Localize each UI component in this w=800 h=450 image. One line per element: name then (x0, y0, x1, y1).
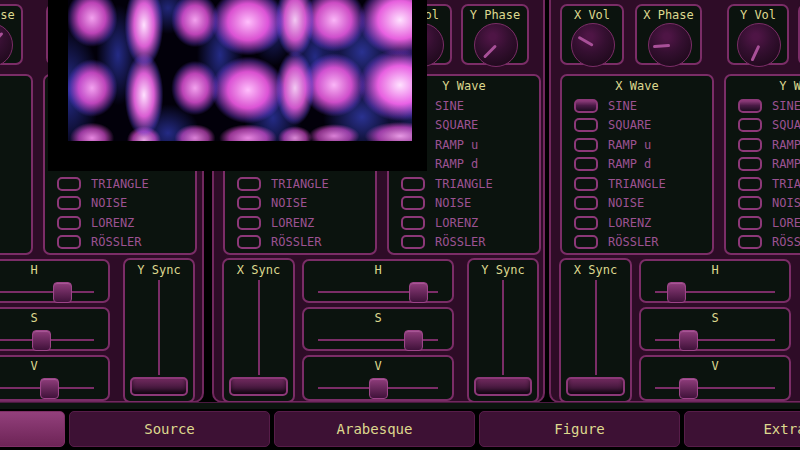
value-handle[interactable] (369, 378, 388, 399)
wave-option-checkbox[interactable] (574, 157, 598, 171)
x-sync-handle[interactable] (566, 377, 625, 396)
wave-option-checkbox[interactable] (401, 196, 425, 210)
x-wave-list: X Wave SINESQUARERAMP uRAMP dTRIANGLENOI… (0, 74, 33, 255)
wave-option-checkbox[interactable] (574, 235, 598, 249)
hue-slider-panel: H (639, 259, 791, 303)
wave-option-square[interactable]: SQUARE (726, 116, 800, 136)
x-phase-knob-panel: X Phase (635, 4, 702, 65)
wave-option-noise[interactable]: NOISE (562, 194, 712, 214)
saturation-handle[interactable] (32, 330, 51, 351)
wave-option-checkbox[interactable] (738, 99, 762, 113)
wave-option-checkbox[interactable] (574, 99, 598, 113)
y-sync-handle[interactable] (474, 377, 532, 396)
wave-option-r-ssler[interactable]: RÖSSLER (225, 233, 375, 253)
wave-option-noise[interactable]: NOISE (45, 194, 195, 214)
wave-option-ramp-d[interactable]: RAMP d (0, 155, 31, 175)
wave-option-label: TRIANGLE (435, 177, 493, 191)
x-phase-knob-panel: X Phase (0, 4, 23, 65)
tab-figure[interactable]: Figure (479, 411, 680, 447)
wave-option-triangle[interactable]: TRIANGLE (562, 174, 712, 194)
wave-option-noise[interactable]: NOISE (225, 194, 375, 214)
wave-option-checkbox[interactable] (237, 177, 261, 191)
y-phase-knob-panel: Y Phase (461, 4, 529, 65)
wave-option-checkbox[interactable] (57, 216, 81, 230)
wave-option-checkbox[interactable] (237, 235, 261, 249)
hue-handle[interactable] (409, 282, 428, 303)
arabesque-pattern-display (68, 0, 412, 141)
wave-option-lorenz[interactable]: LORENZ (0, 213, 31, 233)
wave-option-label: NOISE (91, 196, 127, 210)
tab-arabesque[interactable]: Arabesque (274, 411, 475, 447)
x-sync-handle[interactable] (229, 377, 288, 396)
wave-option-label: RÖSSLER (271, 235, 322, 249)
wave-option-ramp-u[interactable]: RAMP u (562, 135, 712, 155)
value-handle[interactable] (679, 378, 698, 399)
y-sync-handle[interactable] (130, 377, 188, 396)
x-phase-knob[interactable] (648, 23, 692, 67)
wave-option-triangle[interactable]: TRIANGLE (0, 174, 31, 194)
wave-option-square[interactable]: SQUARE (562, 116, 712, 136)
wave-option-label: NOISE (608, 196, 644, 210)
wave-option-checkbox[interactable] (574, 196, 598, 210)
wave-option-checkbox[interactable] (738, 196, 762, 210)
saturation-handle[interactable] (404, 330, 423, 351)
wave-option-r-ssler[interactable]: RÖSSLER (0, 233, 31, 253)
wave-option-checkbox[interactable] (237, 196, 261, 210)
wave-option-r-ssler[interactable]: RÖSSLER (726, 233, 800, 253)
wave-option-checkbox[interactable] (738, 177, 762, 191)
wave-option-checkbox[interactable] (738, 118, 762, 132)
wave-option-lorenz[interactable]: LORENZ (389, 213, 539, 233)
wave-option-lorenz[interactable]: LORENZ (225, 213, 375, 233)
y-vol-knob[interactable] (737, 23, 781, 67)
wave-option-sine[interactable]: SINE (0, 96, 31, 116)
wave-option-checkbox[interactable] (401, 216, 425, 230)
wave-option-checkbox[interactable] (237, 216, 261, 230)
tab-extra[interactable]: Extra (684, 411, 800, 447)
wave-option-label: RAMP d (435, 157, 478, 171)
tab-active-partial[interactable] (0, 411, 65, 447)
x-phase-knob[interactable] (0, 23, 13, 67)
x-vol-knob-panel: X Vol (560, 4, 624, 65)
wave-option-lorenz[interactable]: LORENZ (45, 213, 195, 233)
wave-option-checkbox[interactable] (738, 216, 762, 230)
wave-option-checkbox[interactable] (738, 157, 762, 171)
wave-option-square[interactable]: SQUARE (0, 116, 31, 136)
value-handle[interactable] (40, 378, 59, 399)
y-phase-knob[interactable] (474, 23, 518, 67)
wave-option-checkbox[interactable] (57, 196, 81, 210)
wave-option-r-ssler[interactable]: RÖSSLER (562, 233, 712, 253)
wave-option-ramp-u[interactable]: RAMP u (726, 135, 800, 155)
wave-option-checkbox[interactable] (57, 177, 81, 191)
hue-handle[interactable] (667, 282, 686, 303)
wave-option-checkbox[interactable] (738, 235, 762, 249)
hue-handle[interactable] (53, 282, 72, 303)
wave-option-triangle[interactable]: TRIANGLE (225, 174, 375, 194)
wave-option-checkbox[interactable] (574, 216, 598, 230)
wave-option-ramp-u[interactable]: RAMP u (0, 135, 31, 155)
wave-option-checkbox[interactable] (738, 138, 762, 152)
wave-option-sine[interactable]: SINE (726, 96, 800, 116)
wave-option-r-ssler[interactable]: RÖSSLER (45, 233, 195, 253)
wave-option-checkbox[interactable] (401, 235, 425, 249)
wave-option-ramp-d[interactable]: RAMP d (562, 155, 712, 175)
wave-option-lorenz[interactable]: LORENZ (562, 213, 712, 233)
wave-option-noise[interactable]: NOISE (726, 194, 800, 214)
wave-option-checkbox[interactable] (574, 118, 598, 132)
wave-option-checkbox[interactable] (574, 177, 598, 191)
wave-option-triangle[interactable]: TRIANGLE (726, 174, 800, 194)
saturation-handle[interactable] (679, 330, 698, 351)
hue-label: H (641, 263, 789, 277)
wave-option-triangle[interactable]: TRIANGLE (389, 174, 539, 194)
tab-source[interactable]: Source (69, 411, 270, 447)
wave-option-checkbox[interactable] (401, 177, 425, 191)
wave-option-r-ssler[interactable]: RÖSSLER (389, 233, 539, 253)
wave-option-noise[interactable]: NOISE (0, 194, 31, 214)
wave-option-checkbox[interactable] (574, 138, 598, 152)
wave-option-noise[interactable]: NOISE (389, 194, 539, 214)
wave-option-checkbox[interactable] (57, 235, 81, 249)
wave-option-lorenz[interactable]: LORENZ (726, 213, 800, 233)
wave-option-ramp-d[interactable]: RAMP d (726, 155, 800, 175)
wave-option-sine[interactable]: SINE (562, 96, 712, 116)
wave-option-triangle[interactable]: TRIANGLE (45, 174, 195, 194)
x-vol-knob[interactable] (571, 23, 615, 67)
